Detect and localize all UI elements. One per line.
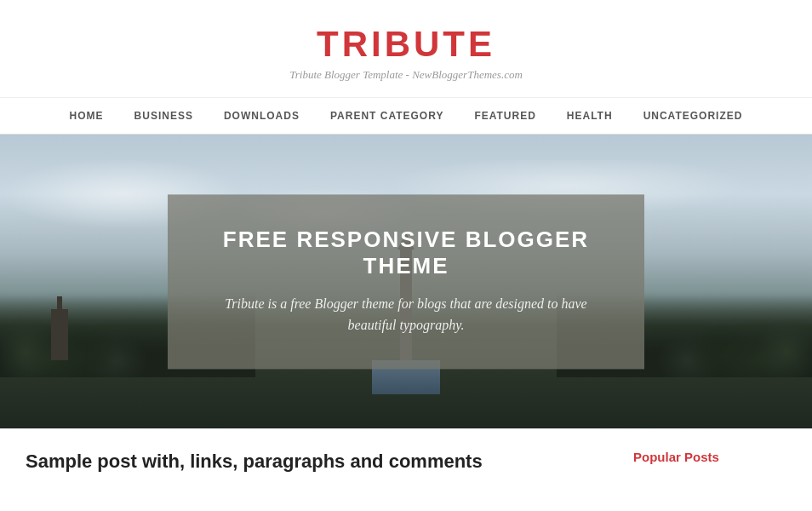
bottom-section: Sample post with, links, paragraphs and …: [0, 428, 812, 497]
nav-item-parent-category[interactable]: PARENT CATEGORY: [315, 98, 459, 134]
hero-title: FREE RESPONSIVE BLOGGER THEME: [210, 227, 602, 279]
nav-item-health[interactable]: HEALTH: [552, 98, 628, 134]
hero-overlay: FREE RESPONSIVE BLOGGER THEME Tribute is…: [168, 194, 644, 369]
bottom-right: Popular Posts: [616, 450, 786, 488]
site-header: TRIBUTE Tribute Blogger Template - NewBl…: [0, 0, 812, 98]
nav-item-home[interactable]: HOME: [54, 98, 119, 134]
nav-item-business[interactable]: BUSINESS: [119, 98, 209, 134]
main-nav: HOME BUSINESS DOWNLOADS PARENT CATEGORY …: [0, 98, 812, 135]
nav-item-featured[interactable]: FEATURED: [459, 98, 551, 134]
hero-section: FREE RESPONSIVE BLOGGER THEME Tribute is…: [0, 135, 812, 428]
building-left: [51, 309, 68, 360]
popular-posts-label[interactable]: Popular Posts: [633, 450, 786, 464]
hero-description: Tribute is a free Blogger theme for blog…: [210, 293, 602, 336]
site-title: TRIBUTE: [17, 24, 795, 65]
nav-item-downloads[interactable]: DOWNLOADS: [209, 98, 315, 134]
nav-item-uncategorized[interactable]: UNCATEGORIZED: [628, 98, 758, 134]
bottom-left: Sample post with, links, paragraphs and …: [26, 450, 616, 488]
post-title[interactable]: Sample post with, links, paragraphs and …: [26, 450, 616, 474]
site-tagline: Tribute Blogger Template - NewBloggerThe…: [17, 68, 795, 82]
